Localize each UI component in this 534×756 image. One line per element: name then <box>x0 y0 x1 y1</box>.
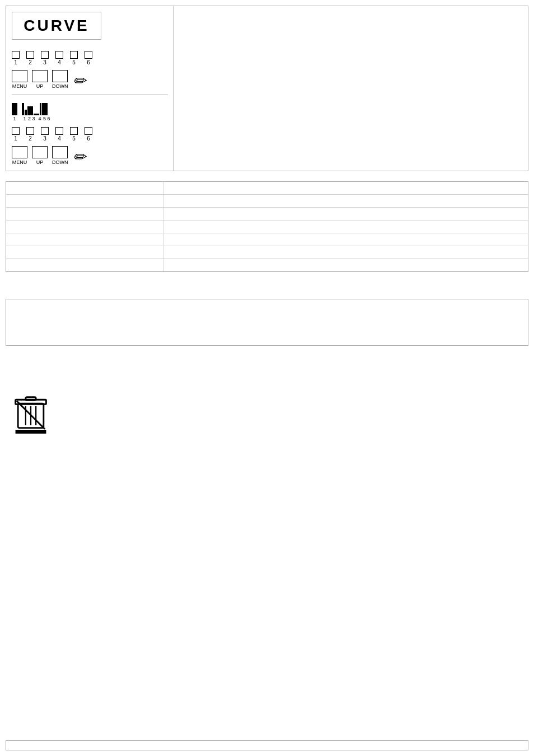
checkbox2-item-5[interactable]: 5 <box>70 127 78 142</box>
page: CURVE 1 2 3 4 <box>0 0 534 756</box>
checkbox2-item-4[interactable]: 4 <box>55 127 63 142</box>
curve-box: CURVE <box>12 12 101 40</box>
up-button[interactable] <box>32 70 48 82</box>
cb-num-4: 4 <box>58 59 61 65</box>
menu-label: MENU <box>12 83 27 89</box>
down2-label: DOWN <box>52 159 68 165</box>
checkbox-item-4[interactable]: 4 <box>55 51 63 65</box>
cb-4[interactable] <box>55 51 63 59</box>
text-block-section <box>6 299 528 346</box>
cb-num-2: 2 <box>29 59 32 65</box>
bar-n2: 1 <box>22 116 27 121</box>
menu-button[interactable] <box>12 70 27 82</box>
table-cell-right <box>163 259 528 272</box>
down-btn-item: DOWN <box>52 70 68 89</box>
cb2-num-6: 6 <box>87 135 90 142</box>
button-row-2: MENU UP DOWN ✏ <box>12 146 168 165</box>
text-line-1 <box>14 306 520 317</box>
checkbox2-item-6[interactable]: 6 <box>85 127 92 142</box>
table-section <box>6 181 528 272</box>
top-section: CURVE 1 2 3 4 <box>6 6 528 171</box>
cb2-num-2: 2 <box>29 135 32 142</box>
cb2-num-4: 4 <box>58 135 61 142</box>
bottom-bar <box>6 740 528 750</box>
cb-2[interactable] <box>26 51 34 59</box>
table-cell-left <box>6 208 163 220</box>
cb-num-3: 3 <box>43 59 46 65</box>
table-cell-right <box>163 182 528 195</box>
cb2-num-1: 1 <box>14 135 17 142</box>
cb2-num-5: 5 <box>72 135 76 142</box>
table-row <box>6 208 528 220</box>
spacer-2 <box>6 356 528 378</box>
bar-6 <box>42 103 48 115</box>
cb2-5[interactable] <box>70 127 78 135</box>
cb-1[interactable] <box>12 51 20 59</box>
up2-button[interactable] <box>32 146 48 158</box>
text-line-2 <box>14 317 520 327</box>
weee-section <box>6 389 528 434</box>
bar-2 <box>22 103 24 115</box>
table-cell-left <box>6 246 163 259</box>
menu2-label: MENU <box>12 159 27 165</box>
checkbox-item-3[interactable]: 3 <box>41 51 49 65</box>
bar-nums-row: 1 1 2 3 4 5 6 <box>12 116 168 121</box>
cb-6[interactable] <box>85 51 92 59</box>
cb-num-5: 5 <box>72 59 76 65</box>
svg-rect-2 <box>26 397 36 400</box>
edit2-icon[interactable]: ✏ <box>73 149 86 165</box>
cb-5[interactable] <box>70 51 78 59</box>
edit2-btn-item: ✏ <box>73 149 86 165</box>
up2-label: UP <box>36 159 44 165</box>
table-row <box>6 220 528 233</box>
table-row <box>6 246 528 259</box>
cb-3[interactable] <box>41 51 49 59</box>
checkbox-item-5[interactable]: 5 <box>70 51 78 65</box>
checkbox2-item-2[interactable]: 2 <box>26 127 34 142</box>
edit-icon[interactable]: ✏ <box>73 73 86 89</box>
cb2-3[interactable] <box>41 127 49 135</box>
bar-n1: 1 <box>12 116 17 121</box>
table-cell-right <box>163 246 528 259</box>
down-button[interactable] <box>52 70 68 82</box>
checkbox-item-2[interactable]: 2 <box>26 51 34 65</box>
menu2-btn-item: MENU <box>12 146 27 165</box>
cb-num-1: 1 <box>14 59 17 65</box>
down-label: DOWN <box>52 83 68 89</box>
bar-dash <box>34 114 39 115</box>
cb2-6[interactable] <box>85 127 92 135</box>
down2-btn-item: DOWN <box>52 146 68 165</box>
menu2-button[interactable] <box>12 146 27 158</box>
checkbox-row-1: 1 2 3 4 5 <box>12 51 168 65</box>
checkbox2-item-3[interactable]: 3 <box>41 127 49 142</box>
up-label: UP <box>36 83 44 89</box>
table-row <box>6 195 528 208</box>
checkbox-item-1[interactable]: 1 <box>12 51 20 65</box>
bar-n6: 5 <box>43 116 45 121</box>
table-cell-right <box>163 233 528 246</box>
cb2-num-3: 3 <box>43 135 46 142</box>
up-btn-item: UP <box>32 70 48 89</box>
table-row <box>6 233 528 246</box>
left-panel: CURVE 1 2 3 4 <box>6 6 174 171</box>
cb2-1[interactable] <box>12 127 20 135</box>
bar-n3: 2 <box>28 116 30 121</box>
cb2-4[interactable] <box>55 127 63 135</box>
up2-btn-item: UP <box>32 146 48 165</box>
bar-chart <box>12 101 168 115</box>
cb-num-6: 6 <box>87 59 90 65</box>
table-cell-left <box>6 220 163 233</box>
text-line-3 <box>14 327 520 338</box>
bar-1 <box>12 103 17 115</box>
cb2-2[interactable] <box>26 127 34 135</box>
checkbox-row-2: 1 2 3 4 5 <box>12 127 168 142</box>
table-row <box>6 182 528 195</box>
edit-btn-item: ✏ <box>73 73 86 89</box>
checkbox-item-6[interactable]: 6 <box>85 51 92 65</box>
curve-title: CURVE <box>24 17 90 35</box>
table-cell-right <box>163 208 528 220</box>
checkbox2-item-1[interactable]: 1 <box>12 127 20 142</box>
down2-button[interactable] <box>52 146 68 158</box>
bar-n7: 6 <box>46 116 51 121</box>
bar-display-section: 1 1 2 3 4 5 6 <box>12 101 168 121</box>
